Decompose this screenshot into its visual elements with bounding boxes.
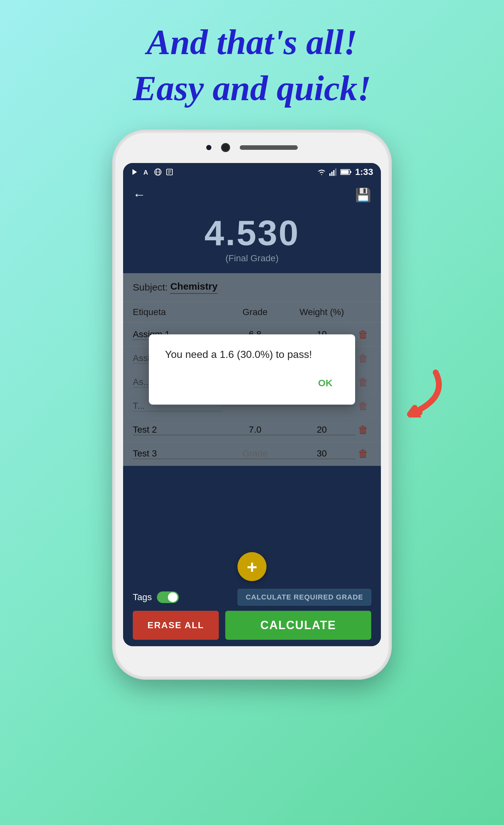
svg-rect-15 [341,170,349,174]
signal-icon [329,168,337,176]
notes-icon [166,168,173,176]
modal-message: You need a 1.6 (30.0%) to pass! [165,347,339,362]
tags-row: Tags [133,591,179,603]
status-bar: A 1:33 [123,163,381,181]
battery-icon [340,168,352,176]
modal-actions: OK [165,374,339,392]
content-area: Subject: Chemistry Etiqueta Grade Weight… [123,273,381,466]
erase-all-button[interactable]: ERASE ALL [133,611,219,640]
status-time: 1:33 [355,167,373,177]
svg-marker-0 [132,169,137,175]
phone-screen: A 1:33 ← 💾 4.530 (Final Grade) [123,163,381,646]
save-button[interactable]: 💾 [355,188,371,203]
modal-ok-button[interactable]: OK [312,374,339,392]
grade-value: 4.530 [130,212,374,253]
svg-text:A: A [143,169,148,176]
wifi-icon [317,168,326,176]
status-icons-right: 1:33 [317,167,373,177]
tags-toggle[interactable] [157,591,179,603]
a-icon: A [142,168,150,176]
modal-box: You need a 1.6 (30.0%) to pass! OK [149,334,355,405]
modal-overlay: You need a 1.6 (30.0%) to pass! OK [123,273,381,466]
status-icons-left: A [131,168,173,176]
svg-rect-11 [333,170,335,176]
grade-display: 4.530 (Final Grade) [123,209,381,273]
front-camera [221,143,230,152]
svg-rect-9 [329,173,331,176]
bottom-buttons: ERASE ALL CALCULATE [133,611,371,640]
app-header: ← 💾 [123,181,381,209]
svg-rect-10 [331,172,333,176]
proximity-sensor [206,145,211,150]
phone-wrapper: A 1:33 ← 💾 4.530 (Final Grade) [114,131,390,678]
play-icon [131,168,139,176]
svg-rect-14 [350,171,351,173]
toggle-thumb [168,592,177,602]
globe-icon [154,168,162,176]
speaker-grill [240,145,298,150]
phone-top-bar [206,143,298,152]
back-button[interactable]: ← [133,188,146,202]
add-btn-row: + [133,552,371,581]
headline-line2: Easy and quick! [133,65,371,111]
svg-rect-12 [335,168,337,176]
arrow-container [378,366,442,430]
add-button[interactable]: + [237,552,267,581]
bottom-controls: Tags CALCULATE REQUIRED GRADE [133,589,371,606]
grade-label: (Final Grade) [130,253,374,264]
arrow-icon [378,366,442,430]
tags-label: Tags [133,592,152,602]
headline-line1: And that's all! [133,19,371,65]
calc-required-button[interactable]: CALCULATE REQUIRED GRADE [237,589,371,606]
bottom-bar: + Tags CALCULATE REQUIRED GRADE ERASE AL… [123,546,381,646]
headline: And that's all! Easy and quick! [133,19,371,111]
calculate-button[interactable]: CALCULATE [225,611,371,640]
